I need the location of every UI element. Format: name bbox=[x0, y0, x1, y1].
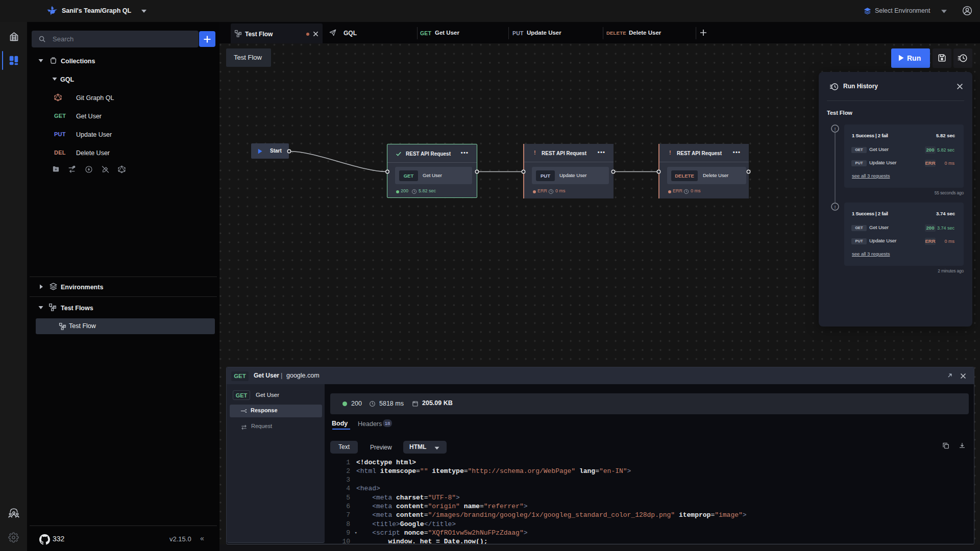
svg-text:!: ! bbox=[835, 205, 836, 210]
svg-text:!: ! bbox=[835, 127, 836, 132]
